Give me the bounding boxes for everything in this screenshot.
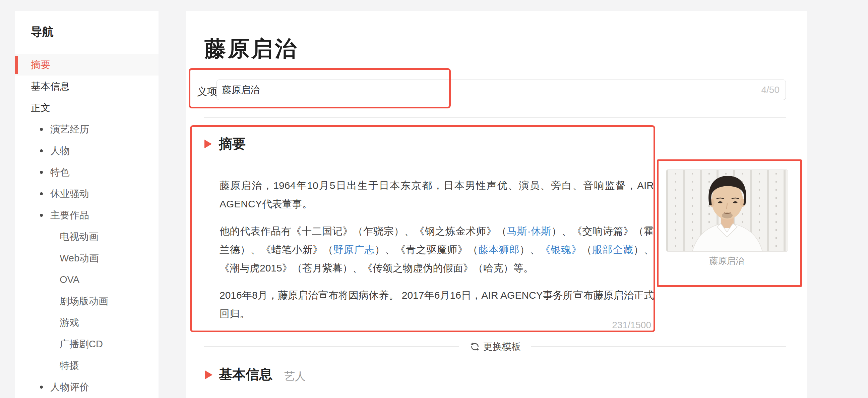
sidebar-item[interactable]: 人物 bbox=[15, 140, 158, 162]
change-template-label: 更换模板 bbox=[483, 340, 521, 353]
refresh-icon bbox=[470, 342, 480, 352]
wiki-link[interactable]: 马斯·休斯 bbox=[507, 226, 551, 236]
sidebar-item-label: 主要作品 bbox=[50, 210, 89, 221]
editor-main-panel: 藤原启治 义项 4/50 摘要 藤原启治，1964年10月5日出生于日本东京都，… bbox=[186, 11, 807, 398]
section-divider bbox=[204, 117, 786, 118]
sidebar-item[interactable]: 人物评价 bbox=[15, 376, 158, 398]
summary-paragraph: 藤原启治，1964年10月5日出生于日本东京都，日本男性声优、演员、旁白、音响监… bbox=[219, 176, 654, 213]
bullet-icon bbox=[40, 171, 43, 174]
sidebar-item-label: 正文 bbox=[31, 102, 50, 113]
wiki-link[interactable]: 服部全藏 bbox=[592, 244, 634, 255]
summary-paragraph: 他的代表作品有《十二国记》（乍骁宗）、《钢之炼金术师》（马斯·休斯）、《交响诗篇… bbox=[219, 222, 654, 277]
active-indicator-bar bbox=[15, 56, 18, 74]
sidebar-item-label: 特摄 bbox=[60, 360, 79, 371]
sidebar-item-label: 剧场版动画 bbox=[60, 296, 108, 306]
bullet-icon bbox=[40, 214, 43, 217]
sidebar-item-label: 人物评价 bbox=[50, 381, 89, 392]
navigation-sidebar: 导航 摘要基本信息正文演艺经历人物特色休业骚动主要作品电视动画Web动画OVA剧… bbox=[15, 11, 158, 398]
summary-char-counter: 231/1500 bbox=[612, 320, 651, 331]
bullet-icon bbox=[40, 128, 43, 131]
portrait-photo-image bbox=[666, 170, 788, 251]
sidebar-item-label: 人物 bbox=[50, 145, 70, 156]
sidebar-item[interactable]: 演艺经历 bbox=[15, 118, 158, 140]
change-template-button[interactable]: 更换模板 bbox=[470, 340, 521, 353]
template-divider-left bbox=[204, 346, 459, 347]
sidebar-item-label: OVA bbox=[60, 274, 80, 285]
sidebar-item[interactable]: 剧场版动画 bbox=[15, 290, 158, 312]
text-segment: 2016年8月，藤原启治宣布将因病休养。 2017年6月16日，AIR AGEN… bbox=[219, 290, 654, 319]
summary-paragraphs[interactable]: 藤原启治，1964年10月5日出生于日本东京都，日本男性声优、演员、旁白、音响监… bbox=[219, 176, 654, 323]
sidebar-item[interactable]: OVA bbox=[15, 269, 158, 290]
sidebar-item-label: 广播剧CD bbox=[60, 339, 103, 349]
sidebar-item[interactable]: 休业骚动 bbox=[15, 183, 158, 204]
text-segment: ）、《青之驱魔师》（ bbox=[375, 244, 478, 255]
section-marker-triangle-icon bbox=[205, 140, 212, 148]
sidebar-item[interactable]: 特色 bbox=[15, 162, 158, 183]
lemma-input[interactable] bbox=[217, 85, 762, 95]
sidebar-item-label: 摘要 bbox=[31, 59, 50, 70]
text-segment: 他的代表作品有《十二国记》（乍骁宗）、《钢之炼金术师》（ bbox=[219, 226, 507, 236]
lemma-char-counter: 4/50 bbox=[762, 85, 786, 95]
wiki-link[interactable]: 藤本狮郎 bbox=[478, 244, 520, 255]
sidebar-item-label: 基本信息 bbox=[31, 81, 70, 92]
bullet-icon bbox=[40, 192, 43, 195]
basic-info-type-tag: 艺人 bbox=[284, 369, 306, 384]
sidebar-item[interactable]: 特摄 bbox=[15, 355, 158, 376]
sidebar-item[interactable]: 正文 bbox=[15, 97, 158, 118]
sidebar-item-label: 电视动画 bbox=[60, 231, 98, 242]
summary-paragraph: 2016年8月，藤原启治宣布将因病休养。 2017年6月16日，AIR AGEN… bbox=[219, 286, 654, 323]
entry-photo[interactable] bbox=[666, 169, 788, 252]
template-divider-right bbox=[531, 346, 786, 347]
sidebar-item[interactable]: 基本信息 bbox=[15, 76, 158, 97]
text-segment: （ bbox=[582, 244, 592, 255]
sidebar-item[interactable]: 电视动画 bbox=[15, 226, 158, 247]
wiki-link[interactable]: 野原广志 bbox=[334, 244, 375, 255]
sidebar-item-label: 游戏 bbox=[60, 317, 79, 328]
sidebar-item-label: 休业骚动 bbox=[50, 188, 89, 199]
bullet-icon bbox=[40, 149, 43, 152]
sidebar-item[interactable]: 游戏 bbox=[15, 312, 158, 333]
sidebar-item[interactable]: 广播剧CD bbox=[15, 333, 158, 355]
text-segment: ）、 bbox=[520, 244, 540, 255]
basic-info-section-heading: 基本信息 bbox=[219, 365, 273, 383]
lemma-field-label: 义项 bbox=[197, 85, 217, 99]
photo-caption: 藤原启治 bbox=[666, 255, 787, 267]
text-segment: 藤原启治，1964年10月5日出生于日本东京都，日本男性声优、演员、旁白、音响监… bbox=[219, 180, 654, 209]
sidebar-item[interactable]: 主要作品 bbox=[15, 204, 158, 226]
lemma-input-wrapper: 4/50 bbox=[217, 80, 786, 100]
sidebar-item-label: 演艺经历 bbox=[50, 124, 89, 135]
wiki-link[interactable]: 《银魂》 bbox=[540, 244, 582, 255]
sidebar-item-label: Web动画 bbox=[60, 253, 99, 263]
sidebar-item-label: 特色 bbox=[50, 167, 70, 177]
sidebar-item[interactable]: Web动画 bbox=[15, 247, 158, 269]
summary-section-heading: 摘要 bbox=[219, 135, 246, 153]
section-marker-triangle-icon bbox=[205, 370, 213, 379]
sidebar-title: 导航 bbox=[31, 24, 54, 39]
bullet-icon bbox=[40, 386, 43, 389]
sidebar-nav-list: 摘要基本信息正文演艺经历人物特色休业骚动主要作品电视动画Web动画OVA剧场版动… bbox=[15, 54, 158, 398]
page-title: 藤原启治 bbox=[205, 34, 298, 63]
sidebar-item[interactable]: 摘要 bbox=[15, 54, 158, 76]
